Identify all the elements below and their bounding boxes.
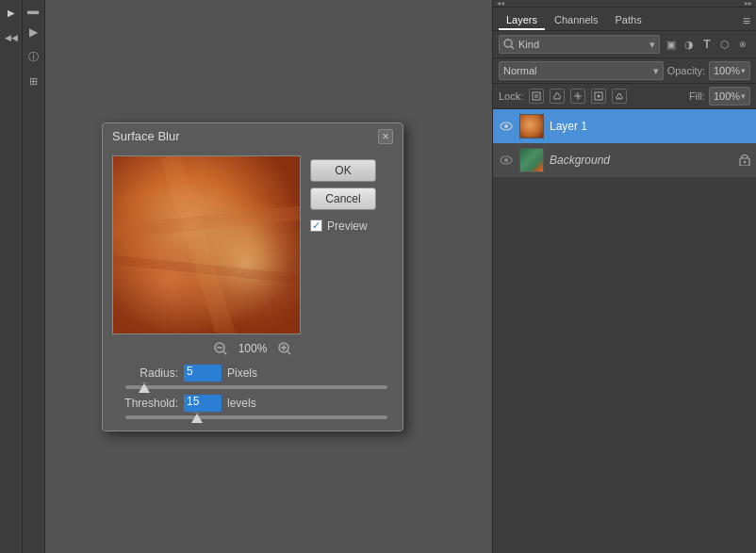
lock-label: Lock: xyxy=(499,90,523,102)
left-toolbar: ▶ ◀◀ xyxy=(0,0,23,553)
layer1-name: Layer 1 xyxy=(550,120,750,133)
panel-tabs: Layers Channels Paths ≡ xyxy=(493,8,756,31)
dialog-content: OK Cancel ✓ Preview xyxy=(112,155,393,334)
background-visibility-icon[interactable] xyxy=(499,153,514,168)
collapse-left-icon[interactable]: ◂◂ xyxy=(497,0,504,8)
svg-rect-16 xyxy=(534,94,538,98)
layer1-visibility-icon[interactable] xyxy=(499,119,514,134)
svg-rect-25 xyxy=(520,115,544,138)
radius-input[interactable]: 5 xyxy=(184,365,222,382)
side-tool-2[interactable]: ▶ xyxy=(29,25,38,39)
toolbar-btn-1[interactable]: ▶ xyxy=(2,4,21,23)
ok-button[interactable]: OK xyxy=(310,159,376,182)
lock-artboard-icon[interactable] xyxy=(591,89,606,104)
filter-icons: ▣ ◑ T ⬡ ⊗ xyxy=(664,37,750,52)
search-icon xyxy=(503,39,515,50)
layer-filter-select[interactable]: Kind ▾ xyxy=(499,35,660,54)
radius-label: Radius: xyxy=(112,366,178,380)
threshold-slider-container xyxy=(112,415,393,419)
cancel-button[interactable]: Cancel xyxy=(310,187,376,210)
fill-chevron-icon: ▾ xyxy=(741,91,746,101)
radius-slider-track[interactable] xyxy=(125,385,387,389)
svg-point-22 xyxy=(618,97,620,99)
preview-label: Preview xyxy=(327,220,368,233)
canvas-area: ▐ ▶ ⓘ ⊞ Surface Blur × xyxy=(23,0,492,553)
layer-item-background[interactable]: Background xyxy=(493,143,756,177)
opacity-label: Opacity: xyxy=(667,65,705,76)
threshold-slider-track[interactable] xyxy=(125,415,387,419)
svg-point-27 xyxy=(504,158,508,162)
radius-row: Radius: 5 Pixels xyxy=(112,365,393,382)
layer-item-layer1[interactable]: Layer 1 xyxy=(493,109,756,143)
preview-checkbox[interactable]: ✓ xyxy=(310,220,322,232)
right-panel: ◂◂ ▸▸ Layers Channels Paths ≡ xyxy=(492,0,756,553)
lock-row: Lock: Fill: 100% ▾ xyxy=(493,84,756,109)
svg-rect-2 xyxy=(113,156,301,334)
zoom-percent: 100% xyxy=(238,342,268,355)
dialog-overlay: Surface Blur × xyxy=(45,0,492,553)
side-toolbar: ▐ ▶ ⓘ ⊞ xyxy=(23,0,45,553)
side-tool-1[interactable]: ▐ xyxy=(28,8,39,14)
opacity-select[interactable]: 100% ▾ xyxy=(709,61,750,80)
blend-mode-value: Normal xyxy=(503,65,536,76)
opacity-chevron-icon: ▾ xyxy=(741,66,746,75)
tab-layers[interactable]: Layers xyxy=(499,11,545,30)
dialog-close-button[interactable]: × xyxy=(378,129,393,144)
svg-point-24 xyxy=(504,124,508,128)
threshold-input[interactable]: 15 xyxy=(184,395,222,412)
dialog-title: Surface Blur xyxy=(112,129,180,143)
filter-row: Kind ▾ ▣ ◑ T ⬡ ⊗ xyxy=(493,31,756,58)
background-lock-icon xyxy=(739,153,750,168)
dialog-preview-image xyxy=(112,155,301,334)
radius-slider-thumb[interactable] xyxy=(139,382,150,393)
panel-menu-icon[interactable]: ≡ xyxy=(743,13,750,28)
threshold-slider-thumb[interactable] xyxy=(191,413,203,423)
lock-position-icon[interactable] xyxy=(570,89,585,104)
filter-text-icon[interactable]: T xyxy=(699,37,715,52)
layer1-thumbnail xyxy=(519,114,544,138)
zoom-in-button[interactable] xyxy=(276,340,293,357)
filter-shape-icon[interactable]: ⬡ xyxy=(717,37,732,52)
blend-opacity-row: Normal ▾ Opacity: 100% ▾ xyxy=(493,58,756,84)
zoom-row: 100% xyxy=(112,334,393,365)
lock-all-icon[interactable] xyxy=(612,89,627,104)
side-tool-3[interactable]: ⓘ xyxy=(28,50,39,64)
radius-slider-container xyxy=(112,385,393,389)
checkbox-check-icon: ✓ xyxy=(312,220,320,231)
svg-line-10 xyxy=(288,351,290,354)
filter-smart-icon[interactable]: ⊗ xyxy=(735,37,750,52)
tab-channels[interactable]: Channels xyxy=(547,11,605,30)
dialog-body: OK Cancel ✓ Preview xyxy=(103,150,403,431)
filter-adjust-icon[interactable]: ◑ xyxy=(682,37,697,52)
svg-line-14 xyxy=(511,46,514,49)
toolbar-btn-2[interactable]: ◀◀ xyxy=(2,28,21,47)
threshold-row: Threshold: 15 levels xyxy=(112,395,393,412)
collapse-right-icon[interactable]: ▸▸ xyxy=(745,0,752,8)
svg-line-7 xyxy=(223,351,226,354)
blend-mode-select[interactable]: Normal ▾ xyxy=(499,61,664,80)
filter-pixel-icon[interactable]: ▣ xyxy=(664,37,679,52)
blend-chevron-icon: ▾ xyxy=(653,65,659,77)
filter-chevron-icon: ▾ xyxy=(649,39,655,51)
svg-point-13 xyxy=(504,40,512,47)
fill-value: 100% xyxy=(714,90,740,102)
threshold-label: Threshold: xyxy=(112,397,178,410)
dialog-buttons: OK Cancel ✓ Preview xyxy=(310,155,376,334)
background-thumbnail xyxy=(519,148,544,172)
zoom-out-button[interactable] xyxy=(212,340,229,357)
side-tool-4[interactable]: ⊞ xyxy=(29,75,38,88)
opacity-row: Opacity: 100% ▾ xyxy=(667,61,750,80)
lock-transparent-icon[interactable] xyxy=(529,89,544,104)
threshold-unit: levels xyxy=(227,397,256,410)
surface-blur-dialog: Surface Blur × xyxy=(102,122,403,431)
lock-image-icon[interactable] xyxy=(550,89,565,104)
opacity-value: 100% xyxy=(714,65,740,76)
background-name: Background xyxy=(550,154,733,167)
fill-label: Fill: xyxy=(689,90,705,102)
fill-select[interactable]: 100% ▾ xyxy=(709,87,750,106)
tab-paths[interactable]: Paths xyxy=(608,11,649,30)
svg-rect-28 xyxy=(520,149,544,172)
preview-checkbox-row: ✓ Preview xyxy=(310,220,376,233)
svg-point-21 xyxy=(598,95,600,98)
svg-point-30 xyxy=(744,161,746,163)
